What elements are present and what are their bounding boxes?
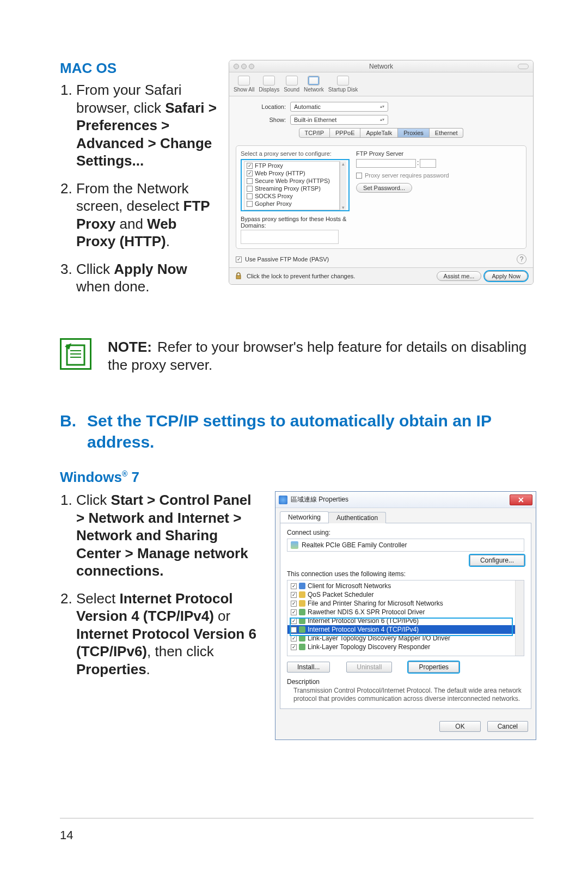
checkbox-icon[interactable]	[247, 170, 253, 176]
checkbox-icon[interactable]	[291, 609, 297, 615]
item-label: QoS Packet Scheduler	[308, 591, 373, 598]
ok-button[interactable]: OK	[439, 721, 480, 732]
show-label: Show:	[237, 117, 286, 123]
list-item[interactable]: Link-Layer Topology Discovery Responder	[287, 643, 515, 651]
toolbar-displays[interactable]: Displays	[259, 76, 279, 93]
toolbar-startup[interactable]: Startup Disk	[328, 76, 358, 93]
tab-appletalk[interactable]: AppleTalk	[360, 128, 398, 138]
list-item[interactable]: Link-Layer Topology Discovery Mapper I/O…	[287, 634, 515, 643]
item-label: Link-Layer Topology Discovery Responder	[308, 643, 430, 651]
ftp-server-label: FTP Proxy Server	[356, 150, 522, 157]
configure-button[interactable]: Configure...	[470, 555, 524, 566]
tab-pppoe[interactable]: PPPoE	[330, 128, 360, 138]
proxy-row-gopher[interactable]: Gopher Proxy	[244, 200, 339, 207]
tab-networking[interactable]: Networking	[280, 511, 329, 523]
list-item[interactable]: QoS Packet Scheduler	[287, 590, 515, 599]
macos-heading: MAC OS	[60, 60, 218, 77]
proxy-row-rtsp[interactable]: Streaming Proxy (RTSP)	[244, 185, 339, 192]
proxy-list[interactable]: FTP Proxy Web Proxy (HTTP) Secure Web Pr…	[244, 161, 340, 210]
item-label: File and Printer Sharing for Microsoft N…	[308, 600, 443, 607]
tab-ethernet[interactable]: Ethernet	[430, 128, 464, 138]
connect-using-label: Connect using:	[287, 529, 524, 536]
help-icon[interactable]: ?	[517, 254, 526, 264]
cancel-button[interactable]: Cancel	[487, 721, 528, 732]
tab-proxies[interactable]: Proxies	[398, 128, 430, 138]
checkbox-icon[interactable]	[247, 186, 253, 192]
proxy-list-highlight: FTP Proxy Web Proxy (HTTP) Secure Web Pr…	[241, 159, 350, 211]
chevron-up-icon: ▴	[342, 161, 345, 167]
list-item-selected[interactable]: Internet Protocol Version 4 (TCP/IPv4)	[287, 625, 515, 634]
text: .	[166, 233, 170, 249]
checkbox-icon[interactable]	[247, 163, 253, 169]
toolbar-sound[interactable]: Sound	[284, 76, 299, 93]
bypass-input[interactable]	[241, 230, 339, 244]
tab-tcpip[interactable]: TCP/IP	[299, 128, 330, 138]
checkbox-icon[interactable]	[291, 583, 297, 589]
adapter-icon	[291, 541, 298, 549]
checkbox-icon[interactable]	[291, 636, 297, 641]
proxy-port-input[interactable]	[420, 159, 436, 168]
text: and	[115, 216, 147, 232]
proxy-host-input[interactable]	[356, 159, 416, 168]
assist-me-button[interactable]: Assist me...	[437, 271, 482, 281]
proxy-row-socks[interactable]: SOCKS Proxy	[244, 192, 339, 200]
windows-step-2: Select Internet Protocol Version 4 (TCP/…	[76, 590, 261, 679]
proxy-row-https[interactable]: Secure Web Proxy (HTTPS)	[244, 177, 339, 185]
checkbox-icon[interactable]	[247, 193, 253, 199]
select-value: Automatic	[294, 103, 321, 110]
toolbar-network[interactable]: Network	[304, 76, 324, 93]
scrollbar[interactable]	[515, 581, 524, 656]
set-password-button[interactable]: Set Password...	[356, 183, 412, 193]
windows-properties-dialog: 區域連線 Properties ✕ Networking Authenticat…	[275, 491, 536, 740]
toolbar-label: Startup Disk	[328, 87, 358, 93]
chevron-updown-icon: ▴▾	[380, 105, 384, 109]
win-titlebar: 區域連線 Properties ✕	[275, 492, 536, 508]
proxy-row-ftp[interactable]: FTP Proxy	[244, 162, 339, 169]
windows-steps: Click Start > Control Panel > Network an…	[60, 491, 261, 678]
text: Select	[76, 590, 120, 607]
mac-titlebar: Network	[229, 60, 533, 72]
component-icon	[299, 600, 305, 607]
note-text: NOTE:Refer to your browser's help featur…	[108, 338, 534, 375]
checkbox-icon[interactable]	[291, 592, 297, 598]
adapter-name: Realtek PCIe GBE Family Controller	[302, 541, 407, 549]
macos-step-2: From the Network screen, deselect FTP Pr…	[76, 180, 218, 250]
checkbox-icon[interactable]	[247, 178, 253, 184]
windows-heading-text: Windows	[60, 469, 122, 485]
checkbox-icon[interactable]	[247, 201, 253, 207]
toolbar-showall[interactable]: Show All	[234, 76, 254, 93]
checkbox-icon[interactable]	[291, 627, 297, 633]
list-item[interactable]: File and Printer Sharing for Microsoft N…	[287, 599, 515, 608]
description-label: Description	[287, 678, 524, 686]
component-icon	[299, 583, 305, 589]
note-label: NOTE:	[108, 339, 152, 355]
properties-button[interactable]: Properties	[408, 662, 459, 673]
proxy-label: Streaming Proxy (RTSP)	[255, 185, 321, 192]
location-select[interactable]: Automatic▴▾	[290, 102, 388, 112]
svg-rect-0	[236, 276, 241, 279]
startup-icon	[337, 76, 349, 85]
close-button[interactable]: ✕	[510, 494, 532, 505]
list-item[interactable]: Client for Microsoft Networks	[287, 582, 515, 590]
proxy-row-http[interactable]: Web Proxy (HTTP)	[244, 169, 339, 177]
apply-now-button[interactable]: Apply Now	[485, 271, 528, 281]
mac-toolbar: Show All Displays Sound Network Startup …	[229, 72, 533, 96]
toolbar-toggle-icon[interactable]	[518, 64, 529, 69]
list-item[interactable]: Internet Protocol Version 6 (TCP/IPv6)	[287, 616, 515, 625]
windows-step-1: Click Start > Control Panel > Network an…	[76, 491, 261, 580]
dialog-title: 區域連線 Properties	[291, 495, 348, 504]
lock-icon[interactable]	[235, 272, 242, 280]
checkbox-icon[interactable]	[291, 601, 297, 607]
checkbox-icon[interactable]	[291, 618, 297, 624]
install-button[interactable]: Install...	[287, 662, 330, 673]
page-footer: 14	[0, 818, 588, 842]
items-listbox[interactable]: Client for Microsoft Networks QoS Packet…	[287, 580, 524, 656]
text: .	[146, 661, 150, 677]
list-item[interactable]: Rawether NDIS 6.X SPR Protocol Driver	[287, 608, 515, 616]
show-select[interactable]: Built-in Ethernet▴▾	[290, 115, 388, 125]
scrollbar[interactable]: ▴▾	[340, 161, 346, 210]
tab-authentication[interactable]: Authentication	[328, 512, 386, 523]
checkbox-icon[interactable]	[291, 644, 297, 650]
checkbox-icon[interactable]	[236, 256, 242, 262]
checkbox-icon[interactable]	[356, 173, 362, 179]
